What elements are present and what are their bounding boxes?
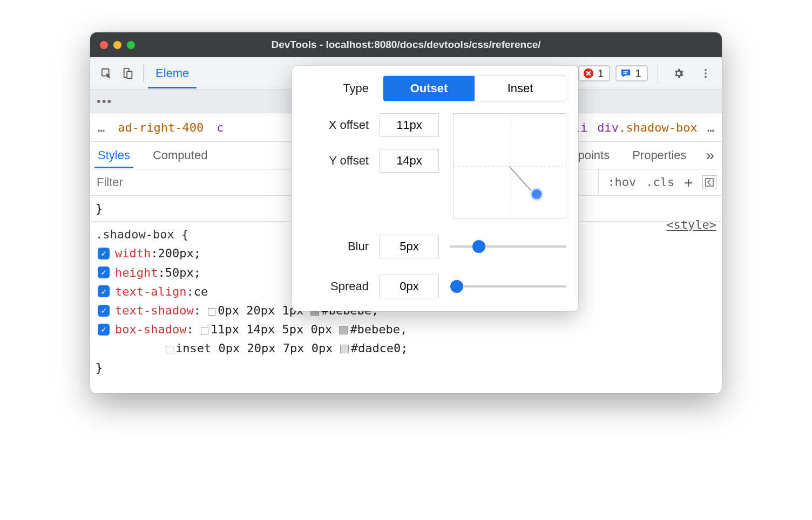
x-offset-input[interactable] bbox=[380, 113, 439, 137]
toolbar-divider bbox=[143, 64, 144, 83]
svg-rect-5 bbox=[624, 73, 627, 74]
tab-styles[interactable]: Styles bbox=[94, 143, 133, 168]
shadow-editor-icon[interactable] bbox=[166, 346, 173, 353]
window-zoom[interactable] bbox=[127, 41, 135, 49]
xy-offset-pad[interactable] bbox=[453, 113, 566, 218]
errors-count: 1 bbox=[598, 67, 604, 80]
blur-slider-thumb[interactable] bbox=[472, 240, 485, 253]
svg-point-7 bbox=[705, 72, 707, 74]
tabs-overflow[interactable]: » bbox=[706, 147, 718, 164]
prop-checkbox[interactable]: ✓ bbox=[98, 305, 110, 317]
prop-checkbox[interactable]: ✓ bbox=[98, 285, 110, 297]
blur-input[interactable] bbox=[380, 235, 439, 258]
new-rule-icon[interactable]: + bbox=[684, 174, 693, 190]
breadcrumb-class-1[interactable]: ad-right-400 bbox=[118, 121, 204, 134]
spread-slider[interactable] bbox=[450, 285, 566, 288]
blur-slider[interactable] bbox=[450, 245, 566, 248]
svg-rect-2 bbox=[127, 71, 132, 78]
spread-input[interactable] bbox=[380, 275, 439, 298]
toggle-sidebar-icon[interactable] bbox=[702, 175, 716, 189]
shadow-editor-icon[interactable] bbox=[201, 327, 208, 334]
kebab-menu-icon[interactable] bbox=[695, 63, 716, 84]
stylesheet-source-link[interactable]: <style> bbox=[666, 215, 716, 234]
svg-point-6 bbox=[705, 69, 707, 71]
type-outset-button[interactable]: Outset bbox=[383, 76, 475, 101]
breadcrumb-tag-c[interactable]: c bbox=[216, 121, 224, 134]
prop-checkbox[interactable]: ✓ bbox=[98, 266, 110, 278]
window-title: DevTools - localhost:8080/docs/devtools/… bbox=[90, 39, 722, 51]
messages-count: 1 bbox=[635, 67, 641, 80]
messages-badge[interactable]: 1 bbox=[615, 65, 648, 81]
close-brace: } bbox=[96, 358, 716, 377]
toolbar-divider-2 bbox=[658, 64, 658, 83]
xy-handle[interactable] bbox=[530, 188, 543, 201]
box-shadow-continuation[interactable]: inset 0px 20px 7px 0px #dadce0; bbox=[96, 339, 716, 358]
y-offset-input[interactable] bbox=[380, 149, 439, 173]
x-offset-label: X offset bbox=[304, 118, 369, 132]
titlebar: DevTools - localhost:8080/docs/devtools/… bbox=[90, 32, 722, 57]
tab-properties[interactable]: Properties bbox=[629, 143, 689, 168]
settings-gear-icon[interactable] bbox=[668, 63, 689, 84]
color-swatch[interactable] bbox=[340, 345, 349, 353]
inspect-element-icon[interactable] bbox=[96, 63, 117, 84]
shadow-editor-icon[interactable] bbox=[208, 308, 215, 316]
type-label: Type bbox=[304, 81, 369, 95]
hov-toggle[interactable]: :hov bbox=[607, 175, 636, 189]
breadcrumb-ellipsis-right[interactable]: … bbox=[707, 121, 714, 134]
prop-checkbox[interactable]: ✓ bbox=[98, 324, 110, 336]
svg-point-8 bbox=[705, 76, 707, 78]
type-segmented: Outset Inset bbox=[383, 76, 566, 101]
devtools-window: DevTools - localhost:8080/docs/devtools/… bbox=[90, 32, 722, 393]
blur-label: Blur bbox=[304, 240, 369, 254]
y-offset-label: Y offset bbox=[304, 154, 369, 168]
tab-computed[interactable]: Computed bbox=[150, 143, 211, 168]
traffic-lights bbox=[90, 41, 135, 49]
window-close[interactable] bbox=[100, 41, 108, 49]
svg-rect-4 bbox=[624, 71, 628, 72]
shadow-editor-popup: Type Outset Inset X offset Y offset bbox=[292, 66, 578, 311]
spread-slider-thumb[interactable] bbox=[450, 280, 463, 293]
svg-rect-9 bbox=[706, 179, 713, 186]
window-minimize[interactable] bbox=[113, 41, 121, 49]
device-toolbar-icon[interactable] bbox=[117, 63, 139, 84]
errors-badge[interactable]: 1 bbox=[578, 65, 611, 81]
cls-toggle[interactable]: .cls bbox=[646, 175, 674, 189]
toolbar-right: 1 1 bbox=[578, 63, 716, 84]
spread-label: Spread bbox=[304, 279, 369, 293]
breadcrumb-ellipsis-left[interactable]: … bbox=[98, 121, 105, 134]
tab-elements[interactable]: Eleme bbox=[148, 58, 197, 88]
type-inset-button[interactable]: Inset bbox=[475, 76, 566, 101]
color-swatch[interactable] bbox=[339, 326, 348, 334]
breadcrumb-selected[interactable]: div.shadow-box bbox=[597, 121, 697, 134]
prop-checkbox[interactable]: ✓ bbox=[98, 248, 110, 259]
prop-box-shadow[interactable]: ✓ box-shadow: 11px 14px 5px 0px #bebebe, bbox=[96, 320, 716, 339]
